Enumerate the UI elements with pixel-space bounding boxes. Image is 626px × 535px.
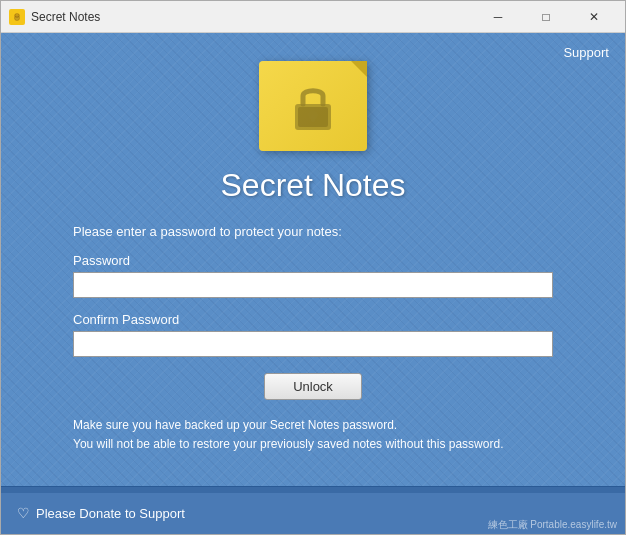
donate-text: Please Donate to Support	[36, 506, 185, 521]
close-button[interactable]: ✕	[571, 1, 617, 33]
maximize-button[interactable]: □	[523, 1, 569, 33]
lock-container	[259, 61, 367, 151]
main-content: Support Secret Notes Please enter a pass…	[1, 33, 625, 490]
lock-icon	[283, 76, 343, 136]
warning-line2: You will not be able to restore your pre…	[73, 437, 503, 451]
sticky-note	[259, 61, 367, 151]
titlebar: Secret Notes ─ □ ✕	[1, 1, 625, 33]
form-intro: Please enter a password to protect your …	[73, 224, 553, 239]
password-label: Password	[73, 253, 553, 268]
confirm-password-group: Confirm Password	[73, 312, 553, 357]
app-title: Secret Notes	[73, 167, 553, 204]
bottom-bar: ♡ Please Donate to Support 練色工廠 Portable…	[1, 490, 625, 534]
titlebar-title: Secret Notes	[31, 10, 475, 24]
heart-icon: ♡	[17, 505, 30, 521]
form-area: Secret Notes Please enter a password to …	[73, 167, 553, 454]
svg-rect-6	[311, 115, 315, 122]
warning-line1: Make sure you have backed up your Secret…	[73, 418, 397, 432]
unlock-button[interactable]: Unlock	[264, 373, 362, 400]
app-icon	[9, 9, 25, 25]
password-input[interactable]	[73, 272, 553, 298]
support-link[interactable]: Support	[563, 45, 609, 60]
warning-text: Make sure you have backed up your Secret…	[73, 416, 553, 454]
app-window: Secret Notes ─ □ ✕ Support Secre	[0, 0, 626, 535]
confirm-password-label: Confirm Password	[73, 312, 553, 327]
password-group: Password	[73, 253, 553, 298]
minimize-button[interactable]: ─	[475, 1, 521, 33]
window-controls: ─ □ ✕	[475, 1, 617, 33]
confirm-password-input[interactable]	[73, 331, 553, 357]
watermark: 練色工廠 Portable.easylife.tw	[488, 518, 618, 532]
